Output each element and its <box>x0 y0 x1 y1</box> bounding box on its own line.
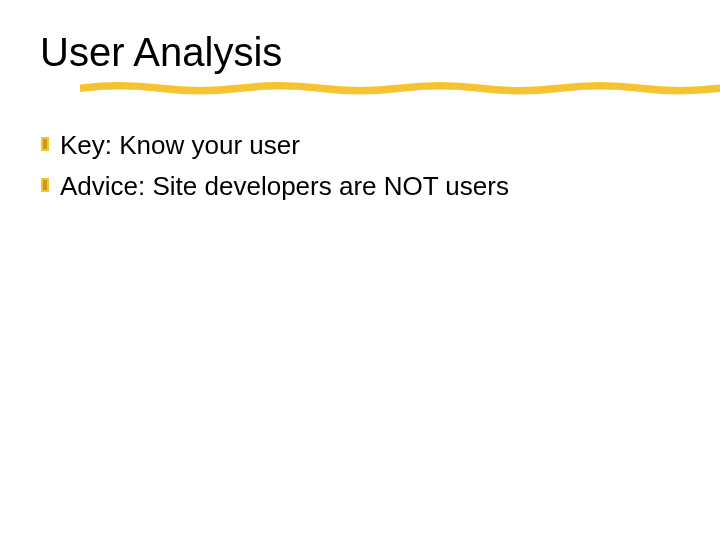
svg-rect-3 <box>43 180 47 190</box>
bullet-text: Key: Know your user <box>60 129 300 162</box>
svg-rect-1 <box>43 139 47 149</box>
bullet-icon <box>40 173 50 197</box>
list-item: Key: Know your user <box>40 129 680 162</box>
title-underline <box>80 81 720 95</box>
bullet-list: Key: Know your user Advice: Site develop… <box>40 129 680 202</box>
slide: User Analysis Key: Know your user <box>0 0 720 540</box>
bullet-icon <box>40 132 50 156</box>
slide-title: User Analysis <box>40 30 680 75</box>
bullet-text: Advice: Site developers are NOT users <box>60 170 509 203</box>
list-item: Advice: Site developers are NOT users <box>40 170 680 203</box>
